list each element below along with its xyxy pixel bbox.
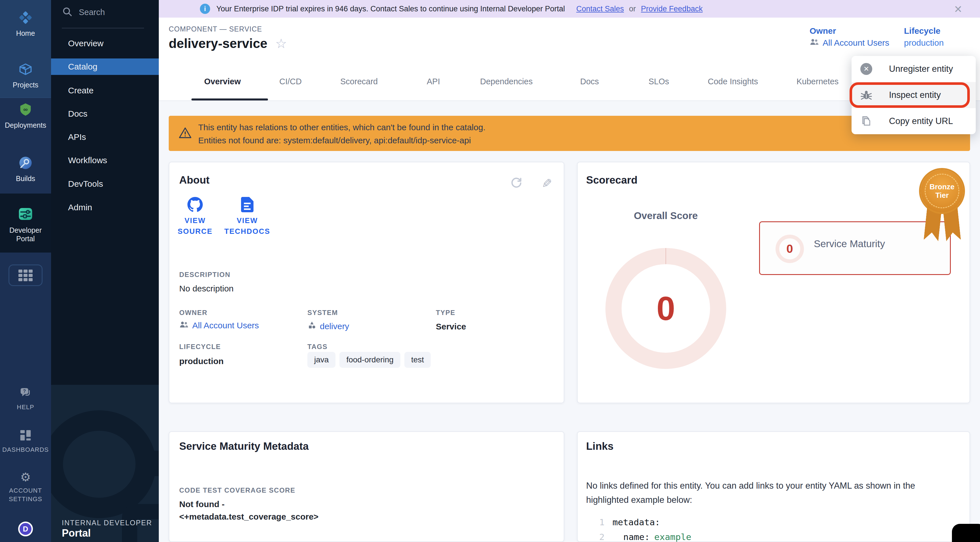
gear-icon: ⚙ (20, 471, 31, 483)
owner-link[interactable]: All Account Users (810, 38, 889, 48)
sidebar-item-overview[interactable]: Overview (51, 35, 159, 52)
service-maturity-donut: 0 (776, 235, 804, 263)
service-maturity-score: 0 (786, 242, 793, 256)
tab-scorecard[interactable]: Scorecard (340, 77, 378, 86)
tab-dependencies[interactable]: Dependencies (480, 77, 533, 86)
view-label-line: VIEW (185, 216, 205, 225)
links-empty-line-1: No links defined for this entity. You ca… (586, 481, 915, 491)
type-field-value: Service (436, 322, 466, 332)
active-tab-indicator (191, 99, 268, 100)
info-icon: i (200, 4, 210, 14)
module-item-label: Create (68, 86, 94, 96)
sidebar-item-label: Deployments (5, 121, 46, 129)
sidebar-item-label: Home (16, 29, 35, 37)
view-techdocs-link[interactable]: VIEW TECHDOCS (216, 197, 278, 237)
coverage-score-label: CODE TEST COVERAGE SCORE (179, 486, 295, 494)
sidebar-item-workflows[interactable]: Workflows (51, 152, 159, 169)
decorative-bar (148, 451, 159, 476)
sidebar-item-help[interactable]: ? HELP (0, 386, 51, 411)
menu-item-copy-entity-url[interactable]: Copy entity URL (851, 108, 976, 134)
home-icon (18, 10, 33, 26)
view-source-label: VIEW SOURCE (178, 215, 212, 237)
sidebar-item-admin[interactable]: Admin (51, 199, 159, 216)
trial-banner: i Your Enterprise IDP trial expires in 9… (159, 0, 980, 18)
sidebar-item-projects[interactable]: Projects (0, 62, 51, 89)
badge-text-line: Bronze (929, 182, 955, 191)
svg-text:∞: ∞ (23, 106, 27, 113)
bug-icon (860, 89, 873, 101)
provide-feedback-link[interactable]: Provide Feedback (641, 5, 703, 13)
builds-icon (18, 156, 33, 171)
scorecard-title: Scorecard (586, 174, 638, 186)
menu-item-label: Inspect entity (889, 90, 941, 100)
coverage-score-value-line-2: <+metadata.test_coverage_score> (179, 512, 318, 521)
brand-line-1: INTERNAL DEVELOPER (62, 519, 152, 527)
sidebar-item-dashboards[interactable]: DASHBOARDS (0, 429, 51, 454)
service-maturity-label: Service Maturity (814, 238, 885, 249)
tag-chip[interactable]: food-ordering (339, 352, 400, 368)
sidebar-item-builds[interactable]: Builds (0, 156, 51, 183)
module-item-label: Docs (68, 109, 88, 119)
deployments-icon: ∞ (18, 102, 33, 118)
sidebar-item-docs[interactable]: Docs (51, 105, 159, 122)
tab-docs[interactable]: Docs (580, 77, 599, 86)
tab-slos[interactable]: SLOs (649, 77, 669, 86)
unregister-icon: ✕ (860, 63, 872, 75)
cursor-artifact (952, 524, 980, 542)
lifecycle-field-label: LIFECYCLE (179, 343, 221, 351)
relations-warning-banner: This entity has relations to other entit… (169, 116, 970, 151)
refresh-button[interactable] (509, 176, 524, 191)
tag-chip[interactable]: test (404, 352, 431, 368)
developer-portal-icon (18, 206, 33, 223)
links-empty-line-2: highlighted example below: (586, 495, 692, 505)
app-sidebar: Home Projects ∞ Deployments Builds Devel… (0, 0, 51, 542)
overall-score-donut: 0 (605, 248, 726, 369)
module-item-label: DevTools (68, 179, 103, 189)
contact-sales-link[interactable]: Contact Sales (576, 5, 624, 13)
lifecycle-field-value: production (179, 356, 224, 366)
view-label-line: TECHDOCS (224, 227, 270, 236)
module-item-label: APIs (68, 132, 86, 142)
people-icon (810, 38, 819, 48)
type-field-label: TYPE (436, 309, 455, 317)
sidebar-item-account-settings[interactable]: ⚙ ACCOUNT SETTINGS (0, 471, 51, 504)
close-icon[interactable]: ✕ (954, 3, 963, 15)
sidebar-item-devtools[interactable]: DevTools (51, 175, 159, 192)
sidebar-item-apis[interactable]: APIs (51, 129, 159, 145)
system-field-link[interactable]: delivery (307, 320, 349, 332)
menu-item-unregister-entity[interactable]: ✕ Unregister entity (851, 56, 976, 82)
menu-item-inspect-entity[interactable]: Inspect entity (851, 82, 976, 108)
edit-button[interactable]: ✎ (539, 176, 554, 191)
sidebar-item-create[interactable]: Create (51, 82, 159, 99)
owner-field-link[interactable]: All Account Users (179, 320, 259, 330)
favorite-star-icon[interactable]: ☆ (275, 37, 287, 50)
user-avatar[interactable]: D (18, 521, 33, 536)
tab-code-insights[interactable]: Code Insights (708, 77, 758, 86)
tag-chip[interactable]: java (307, 352, 336, 368)
owner-label: Owner (810, 26, 889, 36)
module-item-label: Workflows (68, 156, 107, 165)
search-row (62, 6, 150, 18)
sidebar-item-catalog[interactable]: Catalog (51, 59, 159, 75)
menu-item-label: Unregister entity (889, 64, 953, 74)
sidebar-item-home[interactable]: Home (0, 10, 51, 37)
github-icon (188, 197, 203, 214)
tab-kubernetes[interactable]: Kubernetes (797, 77, 838, 86)
module-switcher-button[interactable] (8, 265, 43, 286)
tags-field-label: TAGS (307, 343, 328, 351)
sidebar-item-deployments[interactable]: ∞ Deployments (0, 102, 51, 129)
code-token: name: (623, 532, 650, 542)
page-title: delivery-service (169, 36, 267, 51)
tab-cicd[interactable]: CI/CD (279, 77, 302, 86)
badge-text-line: Tier (935, 191, 948, 199)
tab-overview[interactable]: Overview (204, 77, 241, 86)
module-item-label: Overview (68, 38, 103, 48)
search-input[interactable] (79, 8, 141, 17)
sidebar-item-developer-portal[interactable]: Developer Portal (0, 206, 51, 243)
system-field-label: SYSTEM (307, 309, 338, 317)
tab-api[interactable]: API (427, 77, 440, 86)
svg-text:?: ? (23, 389, 26, 394)
links-title: Links (586, 440, 614, 452)
divider (62, 28, 144, 29)
help-icon: ? (19, 386, 32, 400)
